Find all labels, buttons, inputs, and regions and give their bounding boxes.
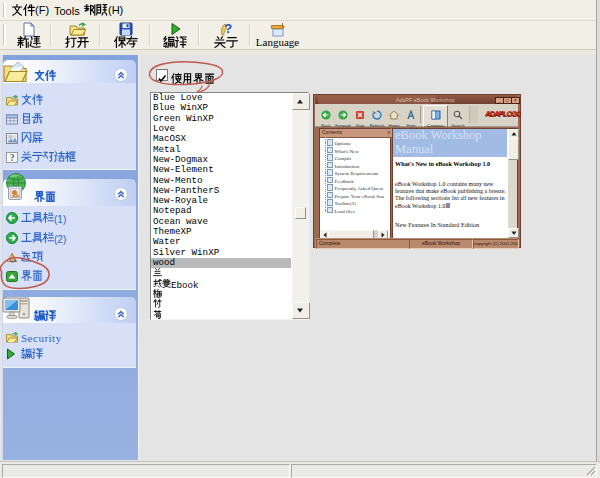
- svg-text:?: ?: [10, 153, 15, 163]
- svg-text:?: ?: [224, 22, 232, 36]
